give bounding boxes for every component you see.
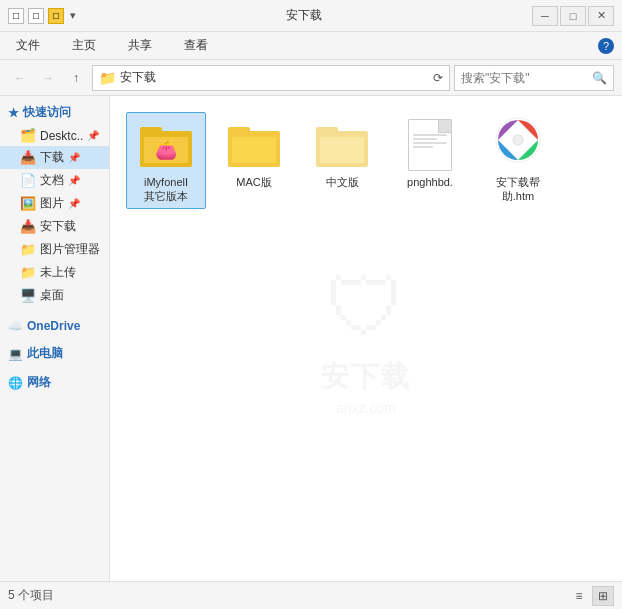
address-bar[interactable]: 📁 安下载 ⟳ [92,65,450,91]
grid-view-button[interactable]: ⊞ [592,586,614,606]
sidebar-picmgr-label: 图片管理器 [40,241,100,258]
file-icon-wrap-pnghhbd [402,117,458,173]
title-icon-2: □ [28,8,44,24]
sidebar-desktop2-label: 桌面 [40,287,64,304]
address-folder-icon: 📁 [99,70,116,86]
sidebar-pictures-label: 图片 [40,195,64,212]
file-icon-wrap-help [490,117,546,173]
sidebar-item-pictures[interactable]: 🖼️ 图片 📌 [0,192,109,215]
main-content: ★ 快速访问 🗂️ Desktc.. 📌 📥 下载 📌 📄 文档 📌 🖼️ 图片… [0,96,622,581]
sidebar-desktop2-icon: 🖥️ [20,288,36,303]
pin-icon-docs: 📌 [68,175,80,186]
address-text: 安下载 [120,69,429,86]
quick-access-icon: ★ [8,106,19,120]
view-toggles: ≡ ⊞ [568,586,614,606]
doc-icon-pnghhbd [408,119,452,171]
sidebar-item-picmgr[interactable]: 📁 图片管理器 [0,238,109,261]
file-item-mac[interactable]: MAC版 [214,112,294,209]
sidebar-desktop-label: Desktc.. [40,129,83,143]
sidebar-download-label: 下载 [40,149,64,166]
quick-access-label: 快速访问 [23,104,71,121]
file-icon-wrap-imyfone: 👛 [138,117,194,173]
color-icon-help [494,116,542,174]
sidebar-desktop-icon: 🗂️ [20,128,36,143]
pin-icon-desktop: 📌 [87,130,99,141]
watermark: 🛡 安下载 anxz.com [321,262,411,416]
sidebar-item-unuploaded[interactable]: 📁 未上传 [0,261,109,284]
sidebar-item-desktop[interactable]: 🗂️ Desktc.. 📌 [0,125,109,146]
file-label-imyfone: iMyfonelI 其它版本 [144,175,188,204]
menu-home[interactable]: 主页 [64,33,104,58]
folder-icon-chinese [316,123,368,167]
file-item-imyfone[interactable]: 👛 iMyfonelI 其它版本 [126,112,206,209]
file-icon-wrap-chinese [314,117,370,173]
file-label-mac: MAC版 [236,175,271,189]
file-area: 🛡 安下载 anxz.com 👛 iMyfonelI 其它版本 [110,96,622,581]
folder-icon-imyfone: 👛 [140,123,192,167]
pin-icon-download: 📌 [68,152,80,163]
quick-access-header[interactable]: ★ 快速访问 [0,100,109,125]
sidebar-item-download[interactable]: 📥 下载 📌 [0,146,109,169]
file-item-help[interactable]: 安下载帮 助.htm [478,112,558,209]
nav-bar: ← → ↑ 📁 安下载 ⟳ 🔍 [0,60,622,96]
sidebar: ★ 快速访问 🗂️ Desktc.. 📌 📥 下载 📌 📄 文档 📌 🖼️ 图片… [0,96,110,581]
network-icon: 🌐 [8,376,23,390]
sidebar-item-desktop2[interactable]: 🖥️ 桌面 [0,284,109,307]
folder-icon-mac [228,123,280,167]
close-button[interactable]: ✕ [588,6,614,26]
sidebar-download-icon: 📥 [20,150,36,165]
sidebar-unuploaded-label: 未上传 [40,264,76,281]
files-grid: 👛 iMyfonelI 其它版本 MAC版 [126,112,606,209]
onedrive-icon: ☁️ [8,319,23,333]
file-label-help: 安下载帮 助.htm [496,175,540,204]
file-label-pnghhbd: pnghhbd. [407,175,453,189]
sidebar-picmgr-icon: 📁 [20,242,36,257]
sidebar-docs-icon: 📄 [20,173,36,188]
file-label-chinese: 中文版 [326,175,359,189]
item-count: 5 个项目 [8,587,54,604]
file-icon-wrap-mac [226,117,282,173]
svg-point-2 [513,135,523,145]
search-icon[interactable]: 🔍 [592,71,607,85]
network-label: 网络 [27,374,51,391]
minimize-button[interactable]: ─ [532,6,558,26]
sidebar-anxiazai-label: 安下载 [40,218,76,235]
window-title: 安下载 [76,7,532,24]
search-bar[interactable]: 🔍 [454,65,614,91]
address-refresh-button[interactable]: ⟳ [433,71,443,85]
sidebar-item-docs[interactable]: 📄 文档 📌 [0,169,109,192]
window-controls: ─ □ ✕ [532,6,614,26]
thispc-label: 此电脑 [27,345,63,362]
list-view-button[interactable]: ≡ [568,586,590,606]
onedrive-label: OneDrive [27,319,80,333]
sidebar-anxiazai-icon: 📥 [20,219,36,234]
back-button[interactable]: ← [8,66,32,90]
file-item-pnghhbd[interactable]: pnghhbd. [390,112,470,209]
title-icon-3: □ [48,8,64,24]
watermark-text: 安下载 [321,358,411,396]
search-input[interactable] [461,71,592,85]
thispc-icon: 💻 [8,347,23,361]
status-bar: 5 个项目 ≡ ⊞ [0,581,622,609]
menu-file[interactable]: 文件 [8,33,48,58]
watermark-icon: 🛡 [326,262,406,354]
network-header[interactable]: 🌐 网络 [0,370,109,395]
sidebar-unuploaded-icon: 📁 [20,265,36,280]
pin-icon-pictures: 📌 [68,198,80,209]
file-item-chinese[interactable]: 中文版 [302,112,382,209]
maximize-button[interactable]: □ [560,6,586,26]
menu-bar: 文件 主页 共享 查看 ? [0,32,622,60]
menu-view[interactable]: 查看 [176,33,216,58]
menu-share[interactable]: 共享 [120,33,160,58]
sidebar-item-anxiazai[interactable]: 📥 安下载 [0,215,109,238]
sidebar-docs-label: 文档 [40,172,64,189]
ribbon-toggle[interactable]: ? [598,38,614,54]
sidebar-pictures-icon: 🖼️ [20,196,36,211]
help-icon: ? [598,38,614,54]
title-bar-icons: □ □ □ ▾ [8,8,76,24]
forward-button[interactable]: → [36,66,60,90]
onedrive-header[interactable]: ☁️ OneDrive [0,315,109,337]
thispc-header[interactable]: 💻 此电脑 [0,341,109,366]
title-icon-1: □ [8,8,24,24]
up-button[interactable]: ↑ [64,66,88,90]
